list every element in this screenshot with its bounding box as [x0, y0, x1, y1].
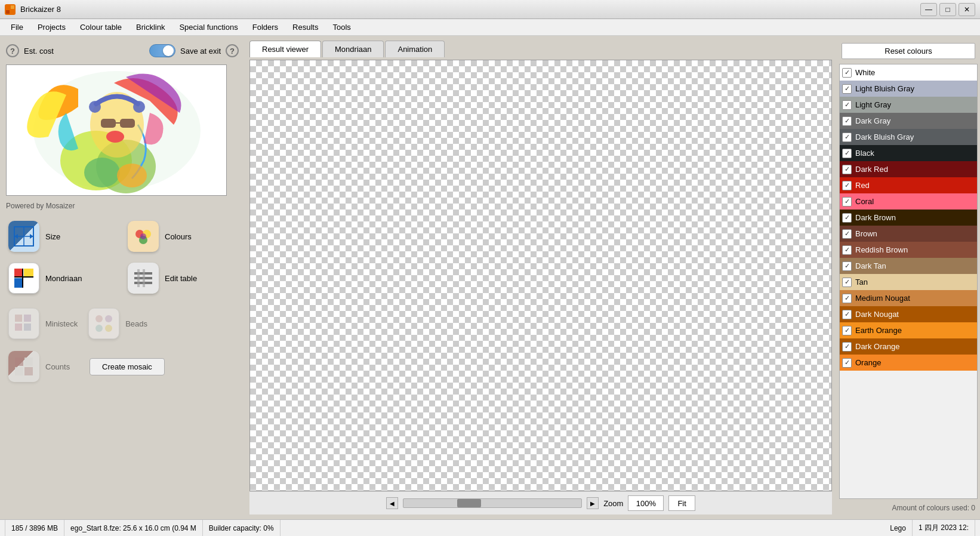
menu-special-functions[interactable]: Special functions — [173, 21, 244, 33]
svg-rect-29 — [24, 278, 33, 288]
svg-point-25 — [140, 233, 146, 239]
fit-button[interactable]: Fit — [668, 495, 695, 511]
svg-point-42 — [105, 315, 112, 322]
svg-rect-27 — [24, 269, 33, 277]
scroll-right-arrow[interactable]: ▶ — [587, 497, 599, 509]
colour-item-red[interactable]: Red — [840, 177, 977, 193]
zoom-bar: ◀ ▶ Zoom Fit — [249, 491, 832, 515]
colour-checkbox-15[interactable] — [842, 310, 852, 319]
menu-tools[interactable]: Tools — [326, 21, 356, 33]
colour-name-2: Light Gray — [854, 100, 975, 109]
svg-rect-38 — [15, 324, 22, 331]
colour-name-18: Orange — [854, 358, 975, 367]
tab-result-viewer[interactable]: Result viewer — [249, 41, 321, 57]
svg-point-15 — [89, 101, 101, 113]
colour-checkbox-12[interactable] — [842, 261, 852, 271]
colour-item-dark-brown[interactable]: Dark Brown — [840, 210, 977, 226]
colour-checkbox-17[interactable] — [842, 342, 852, 352]
tab-animation[interactable]: Animation — [385, 41, 445, 57]
colour-item-brown[interactable]: Brown — [840, 226, 977, 242]
colour-name-0: White — [854, 68, 975, 77]
scroll-left-arrow[interactable]: ◀ — [386, 497, 398, 509]
colour-item-white[interactable]: White — [840, 64, 977, 81]
minimize-button[interactable]: — — [920, 3, 937, 16]
colour-item-light-gray[interactable]: Light Gray — [840, 97, 977, 113]
tab-mondriaan[interactable]: Mondriaan — [322, 41, 384, 57]
est-cost-help-button[interactable]: ? — [6, 44, 19, 57]
save-at-exit-toggle[interactable] — [149, 44, 175, 57]
colour-item-coral[interactable]: Coral — [840, 193, 977, 210]
status-builder-capacity: Builder capacity: 0% — [203, 520, 281, 536]
status-date: 1 四月 2023 12: — [913, 520, 975, 536]
maximize-button[interactable]: □ — [939, 3, 956, 16]
left-panel: ? Est. cost Save at exit ? — [0, 36, 245, 519]
colour-item-dark-nougat[interactable]: Dark Nougat — [840, 306, 977, 322]
colour-list: WhiteLight Bluish GrayLight GrayDark Gra… — [840, 64, 977, 498]
colour-item-dark-tan[interactable]: Dark Tan — [840, 258, 977, 274]
colour-item-tan[interactable]: Tan — [840, 274, 977, 290]
reset-colours-button[interactable]: Reset colours — [842, 43, 975, 59]
main-area: ? Est. cost Save at exit ? — [0, 36, 980, 519]
colour-checkbox-16[interactable] — [842, 326, 852, 335]
tool-counts-label: Counts — [45, 362, 70, 371]
colour-item-dark-orange[interactable]: Dark Orange — [840, 338, 977, 355]
colour-item-orange[interactable]: Orange — [840, 355, 977, 371]
colour-item-black[interactable]: Black — [840, 145, 977, 161]
colour-item-medium-nougat[interactable]: Medium Nougat — [840, 290, 977, 306]
colour-checkbox-1[interactable] — [842, 84, 852, 94]
colour-checkbox-7[interactable] — [842, 181, 852, 190]
colour-checkbox-8[interactable] — [842, 197, 852, 207]
colour-checkbox-3[interactable] — [842, 116, 852, 126]
colour-checkbox-18[interactable] — [842, 358, 852, 368]
colour-checkbox-11[interactable] — [842, 245, 852, 255]
counts-icon — [8, 351, 39, 382]
colour-name-17: Dark Orange — [854, 342, 975, 351]
colour-checkbox-9[interactable] — [842, 213, 852, 223]
colour-item-reddish-brown[interactable]: Reddish Brown — [840, 242, 977, 258]
zoom-label: Zoom — [603, 499, 623, 508]
tool-size[interactable]: Size — [6, 218, 119, 254]
menu-projects[interactable]: Projects — [32, 21, 72, 33]
colour-name-9: Dark Brown — [854, 213, 975, 222]
colour-item-earth-orange[interactable]: Earth Orange — [840, 322, 977, 338]
status-mode: Lego — [884, 520, 913, 536]
close-button[interactable]: ✕ — [959, 3, 975, 16]
menu-folders[interactable]: Folders — [246, 21, 284, 33]
image-preview — [6, 64, 227, 196]
svg-rect-3 — [11, 10, 14, 14]
colour-checkbox-14[interactable] — [842, 294, 852, 303]
colour-checkbox-0[interactable] — [842, 68, 852, 78]
app-title: Brickaizer 8 — [20, 5, 61, 14]
tool-beads-label: Beads — [125, 319, 147, 328]
menu-bricklink[interactable]: Bricklink — [130, 21, 171, 33]
colour-item-dark-red[interactable]: Dark Red — [840, 161, 977, 177]
tool-size-label: Size — [45, 232, 60, 241]
status-bar: 185 / 3896 MB ego_Start 8.fze: 25.6 x 16… — [0, 519, 980, 536]
colour-checkbox-5[interactable] — [842, 149, 852, 158]
svg-rect-35 — [137, 269, 140, 287]
tool-edit-table[interactable]: Edit table — [125, 260, 239, 296]
menu-colour-table[interactable]: Colour table — [74, 21, 128, 33]
toggle-knob — [163, 45, 174, 56]
zoom-input[interactable] — [628, 495, 664, 511]
title-bar-left: Brickaizer 8 — [5, 4, 61, 15]
colour-checkbox-10[interactable] — [842, 229, 852, 239]
menu-results[interactable]: Results — [286, 21, 324, 33]
colour-item-light-bluish-gray[interactable]: Light Bluish Gray — [840, 81, 977, 97]
svg-point-12 — [106, 131, 124, 143]
tool-colours[interactable]: Colours — [125, 218, 239, 254]
colour-checkbox-6[interactable] — [842, 165, 852, 174]
svg-rect-28 — [14, 278, 23, 288]
colour-checkbox-4[interactable] — [842, 133, 852, 142]
colour-item-dark-gray[interactable]: Dark Gray — [840, 113, 977, 129]
title-bar: Brickaizer 8 — □ ✕ — [0, 0, 980, 19]
tool-mondriaan[interactable]: Mondriaan — [6, 260, 119, 296]
colour-checkbox-13[interactable] — [842, 278, 852, 287]
svg-rect-0 — [6, 5, 10, 9]
menu-file[interactable]: File — [5, 21, 29, 33]
colour-item-dark-bluish-gray[interactable]: Dark Bluish Gray — [840, 129, 977, 145]
scroll-track[interactable] — [403, 498, 582, 508]
colour-checkbox-2[interactable] — [842, 100, 852, 110]
save-at-exit-help-button[interactable]: ? — [226, 44, 239, 57]
create-mosaic-button[interactable]: Create mosaic — [90, 358, 165, 375]
